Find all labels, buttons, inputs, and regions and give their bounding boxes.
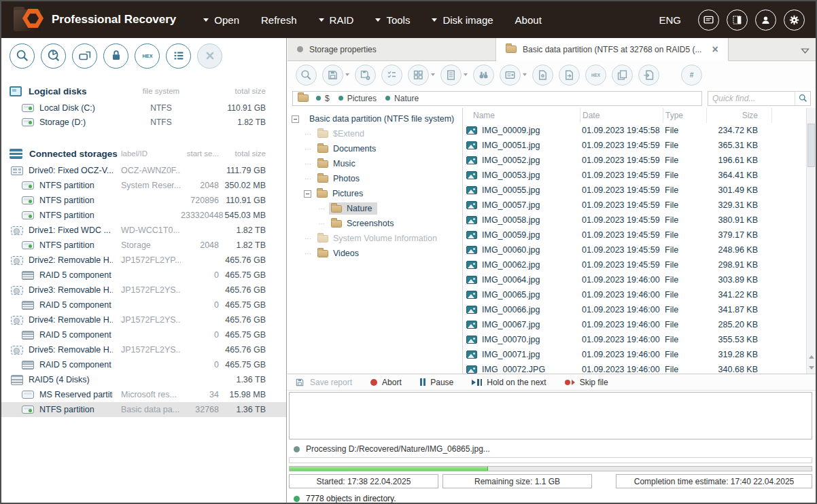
hex-button[interactable]	[585, 65, 606, 86]
menu-item[interactable]: About	[515, 14, 542, 26]
pause-button[interactable]: Pause	[420, 378, 454, 387]
dropdown-arrow-icon[interactable]	[431, 73, 435, 76]
file-row[interactable]: IMG_00067.jpg 01.09.2023 19:46:00 File 2…	[463, 317, 806, 332]
column-header-name[interactable]: Name	[463, 108, 580, 123]
scroll-up-button[interactable]	[807, 351, 816, 362]
language-selector[interactable]: ENG	[659, 14, 681, 26]
tree-node[interactable]: Pictures	[288, 186, 462, 201]
tree-node[interactable]: Music	[288, 156, 462, 171]
tree-node[interactable]: System Volume Information	[288, 231, 462, 246]
file-row[interactable]: IMG_00070.jpg 01.09.2023 19:46:00 File 3…	[463, 332, 806, 347]
tab-close-icon[interactable]: ×	[712, 44, 718, 55]
dropdown-arrow-icon[interactable]	[464, 73, 468, 76]
settings-button[interactable]	[784, 10, 805, 31]
file-row[interactable]: IMG_00052.jpg 01.09.2023 19:45:59 File 1…	[463, 153, 806, 168]
scroll-down-button[interactable]	[807, 362, 816, 373]
tree-expander-icon[interactable]	[304, 145, 312, 153]
quick-find-input[interactable]	[708, 94, 795, 103]
hold-on-next-button[interactable]: Hold on the next	[472, 378, 546, 387]
file-row[interactable]: IMG_00062.jpg 01.09.2023 19:45:59 File 2…	[463, 257, 806, 272]
tree-node[interactable]: $Extend	[288, 126, 462, 141]
scrollbar-thumb[interactable]	[807, 124, 815, 167]
storage-row[interactable]: MS Reserved partition Microsoft res... 3…	[1, 387, 286, 402]
file-row[interactable]: IMG_00071.jpg 01.09.2023 19:46:00 File 3…	[463, 347, 806, 362]
close-button[interactable]	[197, 43, 222, 69]
save-report-button[interactable]: Save report	[294, 377, 352, 388]
view-details-button[interactable]	[440, 65, 462, 86]
skip-file-button[interactable]: Skip file	[565, 378, 608, 387]
file-row[interactable]: IMG_00009.jpg 01.09.2023 19:45:58 File 2…	[463, 123, 806, 138]
storage-row[interactable]: Drive1: Fixed WDC ... WD-WCC1T0... 1.82 …	[1, 223, 286, 238]
log-button[interactable]	[166, 43, 191, 69]
file-row[interactable]: IMG_00053.jpg 01.09.2023 19:45:59 File 3…	[463, 168, 806, 183]
tree-expander-icon[interactable]	[304, 235, 312, 242]
menu-item[interactable]: Open	[203, 14, 239, 26]
properties-button[interactable]	[500, 65, 521, 86]
disk-image-button[interactable]	[72, 43, 97, 69]
scan-analysis-button[interactable]	[41, 43, 66, 69]
tree-expander-icon[interactable]	[317, 220, 326, 228]
file-row[interactable]: IMG_00051.jpg 01.09.2023 19:45:59 File 3…	[463, 138, 806, 153]
layout-panel-button[interactable]	[727, 10, 748, 31]
dropdown-arrow-icon[interactable]	[345, 73, 349, 76]
tree-expander-icon[interactable]	[304, 190, 311, 198]
tab-storage-properties[interactable]: Storage properties	[288, 38, 496, 60]
hex-viewer-button[interactable]	[135, 43, 160, 69]
storage-row[interactable]: RAID 5 component ... 0 465.75 GB	[1, 268, 286, 283]
file-tools-button[interactable]	[532, 65, 553, 86]
tab-basic-data-partition[interactable]: Basic data partition (NTFS at 32768 on R…	[496, 38, 729, 61]
breadcrumb-segment[interactable]: $	[316, 94, 330, 103]
breadcrumb-segment[interactable]: Pictures	[338, 94, 377, 103]
column-header-size[interactable]: Size	[706, 108, 771, 123]
storage-row[interactable]: Drive0: Fixed OCZ-V... OCZ-AWNZ0F... 111…	[1, 163, 286, 178]
save-settings-button[interactable]	[355, 65, 376, 86]
storage-row[interactable]: NTFS partition 233320448 545.03 MB	[1, 208, 286, 223]
storage-row[interactable]: NTFS partition 720896 110.91 GB	[1, 193, 286, 208]
menu-item[interactable]: Disk image	[432, 14, 493, 26]
view-grid-button[interactable]	[408, 65, 429, 86]
file-row[interactable]: IMG_00060.jpg 01.09.2023 19:45:59 File 2…	[463, 242, 806, 257]
search-button[interactable]	[296, 65, 317, 86]
export-button[interactable]	[638, 65, 659, 86]
find-button[interactable]	[473, 65, 494, 86]
file-restore-button[interactable]	[559, 65, 580, 86]
storage-row[interactable]: RAID 5 component ... 0 465.75 GB	[1, 357, 286, 372]
scan-search-button[interactable]	[10, 43, 35, 69]
column-header-type[interactable]: Type	[663, 108, 706, 123]
vertical-scrollbar[interactable]	[806, 108, 816, 374]
storage-row[interactable]: RAID 5 component ... 0 465.75 GB	[1, 298, 286, 312]
defined-list-button[interactable]	[381, 65, 402, 86]
menu-item[interactable]: RAID	[319, 14, 354, 26]
logical-disk-row[interactable]: Local Disk (C:) NTFS 110.91 GB	[1, 101, 286, 115]
tab-list-dropdown-icon[interactable]	[801, 47, 810, 56]
file-row[interactable]: IMG_00055.jpg 01.09.2023 19:45:59 File 3…	[463, 183, 806, 198]
logical-disk-row[interactable]: Storage (D:) NTFS 1.82 TB	[1, 115, 286, 129]
storage-row[interactable]: RAID 5 component ... 0 465.75 GB	[1, 327, 286, 342]
file-row[interactable]: IMG_00059.jpg 01.09.2023 19:45:59 File 3…	[463, 228, 806, 242]
news-button[interactable]	[698, 10, 719, 31]
menu-item[interactable]: Tools	[375, 14, 410, 26]
storage-row[interactable]: Drive2: Removable H... JP1572FL2YP... 46…	[1, 253, 286, 268]
storage-row[interactable]: Drive5: Removable H... JP1572FL2YS... 46…	[1, 342, 286, 357]
storage-row[interactable]: RAID5 (4 Disks) 1.36 TB	[1, 372, 286, 387]
file-row[interactable]: IMG_00072.JPG 01.09.2023 19:46:00 File 3…	[463, 362, 806, 374]
tree-expander-icon[interactable]	[304, 130, 312, 138]
account-button[interactable]	[755, 10, 776, 31]
tree-expander-icon[interactable]	[304, 160, 312, 168]
tree-expander-icon[interactable]	[317, 205, 326, 213]
encryption-button[interactable]	[103, 43, 128, 69]
column-header-date[interactable]: Date	[580, 108, 663, 123]
breadcrumb-segment[interactable]: Nature	[385, 94, 419, 103]
tree-node[interactable]: Videos	[288, 246, 462, 261]
hash-button[interactable]	[681, 65, 702, 86]
copy-button[interactable]	[612, 65, 633, 86]
tree-node[interactable]: Nature	[288, 201, 462, 216]
tree-expander-icon[interactable]	[304, 175, 312, 183]
dropdown-arrow-icon[interactable]	[523, 73, 527, 76]
file-row[interactable]: IMG_00065.jpg 01.09.2023 19:46:00 File 3…	[463, 287, 806, 302]
storage-row[interactable]: NTFS partition Basic data pa... 32768 1.…	[1, 402, 286, 417]
storage-row[interactable]: Drive3: Removable H... JP1572FL2YS... 46…	[1, 283, 286, 298]
storage-row[interactable]: NTFS partition System Reser... 2048 350.…	[1, 178, 286, 193]
tree-expander-icon[interactable]	[292, 115, 299, 123]
storage-row[interactable]: Drive4: Removable H... JP1572FL2YS... 46…	[1, 312, 286, 327]
